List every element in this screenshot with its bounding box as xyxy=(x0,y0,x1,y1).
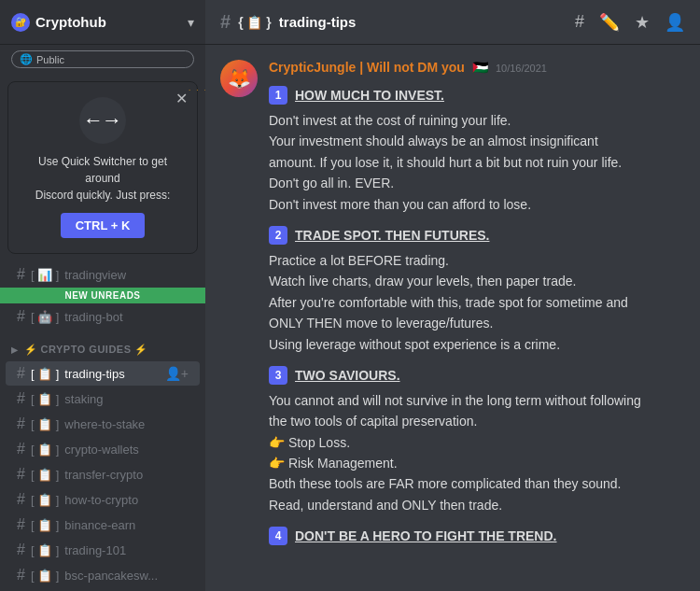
section-4-header: 4 DON'T BE A HERO TO FIGHT THE TREND. xyxy=(269,527,685,545)
channel-label: staking xyxy=(64,392,103,406)
bookmark-icon[interactable]: ★ xyxy=(635,12,650,33)
hash-icon: # xyxy=(17,441,25,457)
section-1-title: HOW MUCH TO INVEST. xyxy=(295,88,444,103)
section-2-header: 2 TRADE SPOT. THEN FUTURES. xyxy=(269,226,685,245)
section-1-header: 1 HOW MUCH TO INVEST. xyxy=(269,86,685,105)
add-user-icon[interactable]: 👤+ xyxy=(165,366,189,381)
channel-header: # { 📋 } trading-tips # ✏️ ★ 👤 xyxy=(205,0,700,45)
avatar-image: 🦊 xyxy=(220,60,258,97)
arrow-left-icon: ← xyxy=(83,108,104,133)
channel-label: trading-tips xyxy=(64,367,124,381)
channel-emoji: [ 📋 ] xyxy=(31,417,59,431)
author-flag: 🇵🇸 xyxy=(472,60,488,75)
members-icon[interactable]: 👤 xyxy=(665,12,685,33)
sidebar-item-tradingview[interactable]: # [ 📊 ] tradingview xyxy=(6,262,200,287)
sidebar: 🔐 Cryptohub ▾ 🌐 Public ✕ ← → · · · Use Q… xyxy=(0,0,205,591)
main-content: # { 📋 } trading-tips # ✏️ ★ 👤 🦊 CrypticJ… xyxy=(205,0,700,591)
qs-decoration-dots: · · · xyxy=(189,86,205,94)
public-badge: 🌐 Public xyxy=(11,50,194,68)
section-1-number: 1 xyxy=(269,86,287,105)
channel-label: where-to-stake xyxy=(64,417,145,431)
messages-container[interactable]: 🦊 CrypticJungle | Will not DM you 🇵🇸 10/… xyxy=(205,45,700,591)
channel-emoji: [ 📋 ] xyxy=(31,468,59,482)
header-icons: # ✏️ ★ 👤 xyxy=(575,12,685,33)
category-emoji-left: ▸ xyxy=(11,343,19,357)
hash-icon: # xyxy=(17,516,25,533)
section-2-number: 2 xyxy=(269,226,287,245)
channel-header-name: trading-tips xyxy=(279,14,357,30)
hash-icon: # xyxy=(17,266,25,283)
channel-emoji: [ 📋 ] xyxy=(31,518,59,532)
arrow-circle: ← → xyxy=(79,97,126,144)
channel-emoji: [ 📋 ] xyxy=(31,367,59,381)
edit-icon[interactable]: ✏️ xyxy=(599,12,620,33)
channel-label: transfer-crypto xyxy=(64,468,143,482)
hash-icon: # xyxy=(17,542,25,558)
sidebar-item-binance-earn[interactable]: # [ 📋 ] binance-earn xyxy=(6,513,200,537)
section-4-number: 4 xyxy=(269,527,287,545)
server-name: 🔐 Cryptohub xyxy=(11,13,106,32)
channel-header-left: # { 📋 } trading-tips xyxy=(220,11,356,33)
channel-emoji: [ 📋 ] xyxy=(31,543,59,557)
sidebar-item-crypto-wallets[interactable]: # [ 📋 ] crypto-wallets xyxy=(6,437,200,461)
hash-icon: # xyxy=(17,365,25,382)
hash-icon: # xyxy=(17,308,25,325)
channel-label: trading-101 xyxy=(64,543,126,557)
section-2-text: Practice a lot BEFORE trading. Watch liv… xyxy=(269,250,685,355)
message: 🦊 CrypticJungle | Will not DM you 🇵🇸 10/… xyxy=(220,60,685,551)
sidebar-item-trading-tips[interactable]: # [ 📋 ] trading-tips 👤+ xyxy=(6,361,200,386)
sidebar-item-where-to-stake[interactable]: # [ 📋 ] where-to-stake xyxy=(6,412,200,436)
channel-emoji: [ 📋 ] xyxy=(31,392,59,406)
crypto-guides-category[interactable]: ▸ ⚡ CRYPTO GUIDES ⚡ xyxy=(0,330,205,360)
public-icon: 🌐 xyxy=(20,53,33,65)
hash-icon: # xyxy=(17,415,25,432)
channel-emoji: [ 🤖 ] xyxy=(31,310,59,324)
section-4-title: DON'T BE A HERO TO FIGHT THE TREND. xyxy=(295,528,556,543)
hash-icon: # xyxy=(17,567,25,584)
category-label: ⚡ CRYPTO GUIDES ⚡ xyxy=(24,344,148,356)
channel-emoji: [ 📋 ] xyxy=(31,569,59,583)
channel-header-hash-icon: # xyxy=(220,11,231,33)
quick-switcher-panel: ✕ ← → · · · Use Quick Switcher to get ar… xyxy=(7,81,198,254)
section-3-title: TWO SAVIOURS. xyxy=(295,368,400,383)
channel-header-emoji: { 📋 } xyxy=(238,15,272,30)
new-unreads-bar: NEW UNREADS xyxy=(0,288,205,303)
channel-emoji: [ 📊 ] xyxy=(31,268,59,282)
section-3-text: You cannot and will not survive in the l… xyxy=(269,390,685,515)
hash-icon: # xyxy=(17,491,25,508)
message-body: CrypticJungle | Will not DM you 🇵🇸 10/16… xyxy=(269,60,685,551)
section-2-title: TRADE SPOT. THEN FUTURES. xyxy=(295,228,489,243)
channel-label: crypto-wallets xyxy=(64,443,138,457)
section-3-number: 3 xyxy=(269,366,287,385)
section-1-text: Don't invest at the cost of ruining your… xyxy=(269,110,685,215)
server-icon: 🔐 xyxy=(11,13,30,32)
quick-switcher-close[interactable]: ✕ xyxy=(175,90,188,107)
server-header[interactable]: 🔐 Cryptohub ▾ xyxy=(0,0,205,45)
sidebar-item-transfer-crypto[interactable]: # [ 📋 ] transfer-crypto xyxy=(6,462,200,486)
channel-label: tradingview xyxy=(64,268,126,282)
channel-label: binance-earn xyxy=(64,518,135,532)
sidebar-item-trading-101[interactable]: # [ 📋 ] trading-101 xyxy=(6,538,200,562)
message-timestamp: 10/16/2021 xyxy=(496,63,547,74)
section-3-header: 3 TWO SAVIOURS. xyxy=(269,366,685,385)
message-author: CrypticJungle | Will not DM you xyxy=(269,60,465,75)
channel-label: how-to-crypto xyxy=(64,493,138,507)
sidebar-item-bsc-pancakesw[interactable]: # [ 📋 ] bsc-pancakesw... xyxy=(6,563,200,587)
message-meta: CrypticJungle | Will not DM you 🇵🇸 10/16… xyxy=(269,60,685,75)
server-menu-chevron[interactable]: ▾ xyxy=(188,15,194,30)
ctrl-k-shortcut: CTRL + K xyxy=(61,213,146,238)
channel-label: bsc-pancakesw... xyxy=(64,569,158,583)
hash-icon: # xyxy=(17,390,25,407)
arrow-right-icon: → xyxy=(102,108,122,133)
channel-label: trading-bot xyxy=(64,310,122,324)
sidebar-item-how-to-crypto[interactable]: # [ 📋 ] how-to-crypto xyxy=(6,487,200,512)
hashtag-icon[interactable]: # xyxy=(575,12,584,32)
channel-emoji: [ 📋 ] xyxy=(31,443,59,457)
sidebar-item-trading-bot[interactable]: # [ 🤖 ] trading-bot xyxy=(6,304,200,329)
sidebar-item-staking[interactable]: # [ 📋 ] staking xyxy=(6,387,200,411)
channel-emoji: [ 📋 ] xyxy=(31,493,59,507)
sidebar-channels: # [ 📊 ] tradingview NEW UNREADS # [ 🤖 ] … xyxy=(0,261,205,591)
avatar: 🦊 xyxy=(220,60,258,97)
quick-switcher-arrows: ← → · · · xyxy=(20,97,186,144)
hash-icon: # xyxy=(17,466,25,483)
